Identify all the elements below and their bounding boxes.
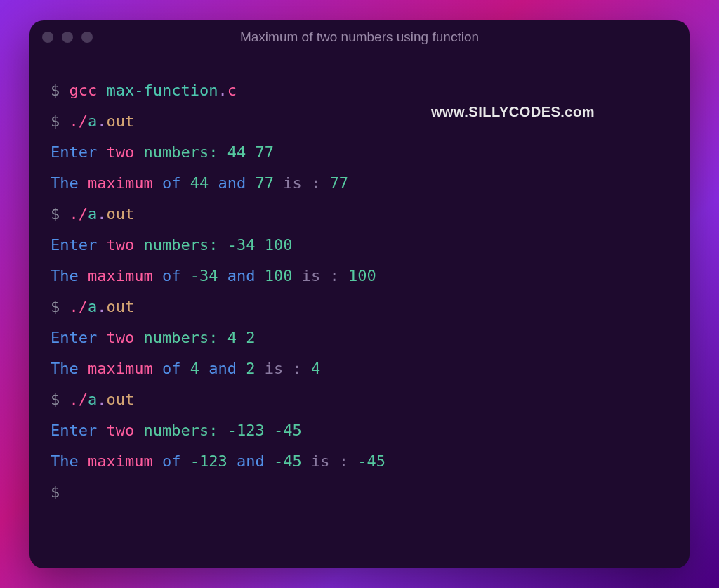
numbers-label: numbers:	[143, 329, 218, 346]
dot: .	[97, 205, 106, 223]
run-exe-ext: out	[107, 391, 135, 408]
prompt-line: $	[51, 477, 668, 508]
and-label: and	[227, 267, 256, 285]
and-label: and	[218, 174, 246, 192]
input-line: Enter two numbers: 44 77	[51, 137, 668, 168]
result-a: -34	[190, 267, 218, 285]
numbers-label: numbers:	[143, 422, 218, 439]
result-a: 4	[190, 360, 199, 377]
numbers-label: numbers:	[143, 236, 218, 254]
enter-label: Enter	[51, 329, 97, 346]
of-label: of	[162, 360, 181, 377]
two-label: two	[106, 143, 134, 161]
the-label: The	[51, 267, 79, 285]
the-label: The	[51, 174, 79, 192]
input-line: Enter two numbers: -123 -45	[51, 415, 668, 446]
result-max: -45	[357, 452, 385, 470]
the-label: The	[51, 452, 79, 470]
compile-cmd: gcc	[70, 81, 98, 99]
input-b: -45	[274, 422, 302, 439]
result-max: 100	[348, 267, 376, 285]
compile-file-base: max-function	[107, 81, 218, 99]
prompt-symbol: $	[51, 81, 60, 99]
is-label: is :	[311, 452, 348, 470]
run-dotslash: ./	[70, 112, 88, 130]
input-a: -34	[227, 236, 256, 254]
input-b: 100	[265, 236, 293, 254]
result-line: The maximum of 4 and 2 is : 4	[51, 353, 668, 384]
prompt-symbol: $	[51, 298, 60, 315]
run-exe-ext: out	[107, 112, 135, 130]
maximum-label: maximum	[88, 267, 153, 285]
minimize-icon[interactable]	[62, 32, 73, 43]
terminal-window: Maximum of two numbers using function ww…	[29, 20, 690, 568]
prompt-symbol: $	[51, 483, 60, 501]
run-exe-ext: out	[107, 205, 135, 223]
of-label: of	[162, 452, 181, 470]
dot: .	[218, 81, 227, 99]
result-line: The maximum of -34 and 100 is : 100	[51, 261, 668, 292]
enter-label: Enter	[51, 236, 97, 254]
compile-file-ext: c	[227, 81, 237, 99]
run-dotslash: ./	[70, 205, 88, 223]
is-label: is :	[265, 360, 302, 377]
input-a: -123	[227, 422, 265, 439]
run-dotslash: ./	[70, 391, 88, 408]
result-a: 44	[190, 174, 209, 192]
run-exe-base: a	[88, 391, 97, 408]
run-dotslash: ./	[70, 298, 88, 315]
enter-label: Enter	[51, 143, 97, 161]
prompt-symbol: $	[51, 205, 60, 223]
of-label: of	[162, 174, 181, 192]
dot: .	[97, 298, 106, 315]
run-line: $ ./a.out	[51, 384, 668, 415]
input-b: 2	[246, 329, 255, 346]
two-label: two	[106, 329, 134, 346]
run-exe-base: a	[88, 205, 97, 223]
window-title: Maximum of two numbers using function	[240, 30, 479, 45]
result-max: 4	[311, 360, 320, 377]
two-label: two	[106, 236, 134, 254]
result-b: 77	[255, 174, 274, 192]
maximum-label: maximum	[88, 360, 153, 377]
result-b: 100	[265, 267, 293, 285]
input-b: 77	[255, 143, 274, 161]
prompt-symbol: $	[51, 112, 60, 130]
title-bar: Maximum of two numbers using function	[29, 20, 690, 54]
is-label: is :	[283, 174, 320, 192]
and-label: and	[209, 360, 237, 377]
result-a: -123	[190, 452, 227, 470]
result-line: The maximum of -123 and -45 is : -45	[51, 446, 668, 477]
two-label: two	[106, 422, 134, 439]
result-line: The maximum of 44 and 77 is : 77	[51, 168, 668, 199]
input-line: Enter two numbers: -34 100	[51, 230, 668, 261]
input-line: Enter two numbers: 4 2	[51, 322, 668, 353]
maximize-icon[interactable]	[81, 32, 93, 43]
and-label: and	[237, 452, 265, 470]
run-exe-ext: out	[107, 298, 135, 315]
run-exe-base: a	[88, 298, 97, 315]
of-label: of	[162, 267, 181, 285]
the-label: The	[51, 360, 79, 377]
run-line: $ ./a.out	[51, 292, 668, 322]
result-b: 2	[246, 360, 255, 377]
maximum-label: maximum	[88, 174, 153, 192]
input-a: 44	[227, 143, 246, 161]
run-exe-base: a	[88, 112, 97, 130]
maximum-label: maximum	[88, 452, 153, 470]
dot: .	[97, 391, 106, 408]
traffic-lights	[42, 32, 93, 43]
terminal-body[interactable]: www.SILLYCODES.com $ gcc max-function.c …	[29, 54, 690, 529]
input-a: 4	[227, 329, 237, 346]
result-max: 77	[329, 174, 348, 192]
run-line: $ ./a.out	[51, 199, 668, 230]
numbers-label: numbers:	[143, 143, 218, 161]
dot: .	[97, 112, 106, 130]
prompt-symbol: $	[51, 391, 60, 408]
is-label: is :	[302, 267, 339, 285]
watermark: www.SILLYCODES.com	[431, 98, 595, 126]
enter-label: Enter	[51, 422, 97, 439]
result-b: -45	[274, 452, 302, 470]
close-icon[interactable]	[42, 32, 53, 43]
